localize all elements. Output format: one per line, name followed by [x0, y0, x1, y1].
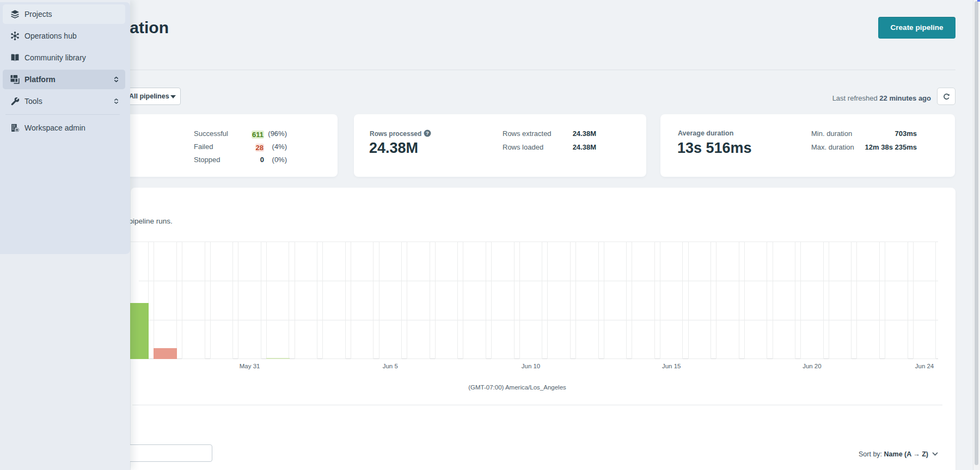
svg-text:?: ?	[426, 130, 429, 136]
